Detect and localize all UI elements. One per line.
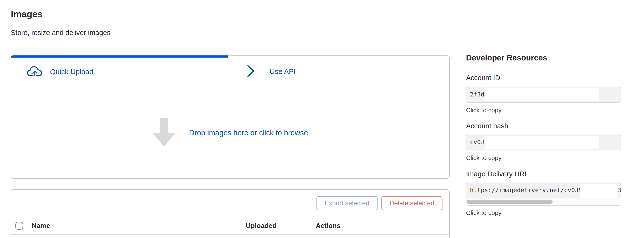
- account-hash-label: Account hash: [466, 122, 508, 130]
- account-id-label: Account ID: [466, 74, 500, 82]
- image-list-panel: Export selected Delete selected Name Upl…: [11, 189, 450, 238]
- tab-use-api[interactable]: Use API: [228, 56, 449, 87]
- select-all-checkbox[interactable]: [16, 222, 23, 230]
- chevron-right-icon: [246, 65, 255, 78]
- column-header-actions: Actions: [316, 222, 340, 230]
- account-id-copy-hint: Click to copy: [466, 107, 502, 114]
- image-delivery-url-field[interactable]: https://imagedelivery.net/cv0JSj 3: [466, 183, 622, 206]
- dropzone-label: Drop images here or click to browse: [189, 128, 308, 137]
- redacted-partial-character: 3: [618, 183, 621, 197]
- images-page: Images Store, resize and deliver images …: [0, 0, 644, 238]
- horizontal-scrollbar-track: [466, 198, 621, 205]
- image-delivery-url-copy-hint: Click to copy: [466, 209, 502, 217]
- page-subtitle: Store, resize and deliver images: [11, 29, 110, 37]
- page-title: Images: [11, 9, 42, 19]
- image-dropzone[interactable]: Drop images here or click to browse: [11, 87, 449, 178]
- tab-use-api-label: Use API: [270, 67, 296, 76]
- developer-resources-title: Developer Resources: [466, 53, 547, 62]
- list-toolbar: Export selected Delete selected: [11, 190, 449, 217]
- tab-quick-upload[interactable]: Quick Upload: [11, 56, 228, 87]
- down-arrow-icon: [152, 118, 176, 148]
- active-tab-indicator: [11, 55, 228, 58]
- export-selected-button[interactable]: Export selected: [316, 196, 378, 210]
- upload-panel: Quick Upload Use API Drop images here or…: [11, 55, 450, 179]
- account-id-field[interactable]: 2f3d: [466, 87, 622, 103]
- table-header-row: Name Uploaded Actions: [11, 217, 449, 235]
- image-delivery-url-label: Image Delivery URL: [466, 170, 528, 178]
- account-hash-copy-hint: Click to copy: [466, 154, 502, 162]
- column-header-name: Name: [32, 222, 50, 230]
- column-header-uploaded: Uploaded: [246, 222, 276, 230]
- redaction-overlay: [485, 136, 599, 149]
- account-hash-field[interactable]: cv0J: [466, 135, 622, 150]
- horizontal-scrollbar-thumb[interactable]: [466, 200, 552, 204]
- delete-selected-button[interactable]: Delete selected: [382, 196, 442, 210]
- redaction-overlay: [580, 184, 617, 198]
- redaction-overlay: [485, 88, 599, 101]
- tab-quick-upload-label: Quick Upload: [50, 68, 93, 76]
- cloud-upload-icon: [27, 66, 43, 78]
- upload-tabs: Quick Upload Use API: [11, 56, 449, 87]
